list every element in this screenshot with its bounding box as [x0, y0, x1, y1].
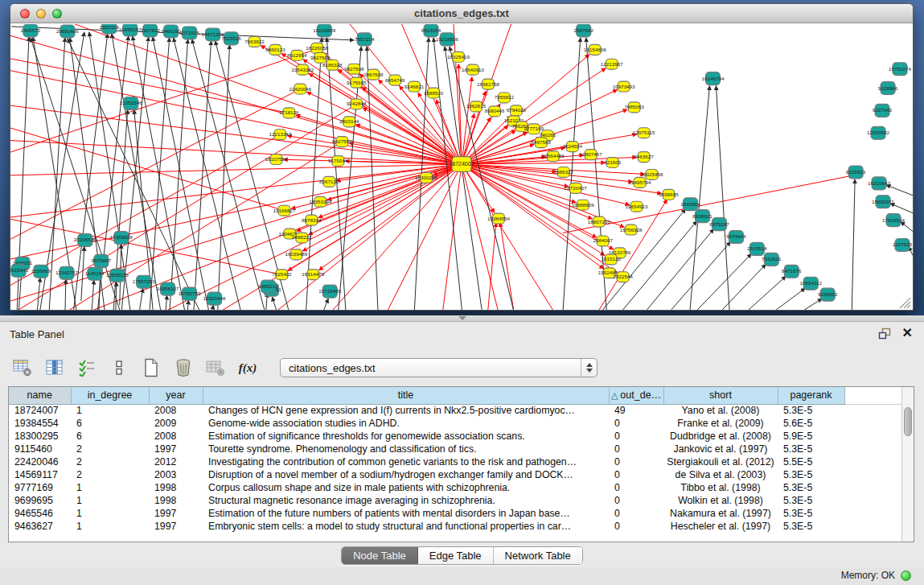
graph-node[interactable]: 18720407: [565, 183, 587, 193]
table-cell[interactable]: 5.3E-5: [778, 520, 844, 533]
graph-edge[interactable]: [563, 175, 853, 233]
graph-node[interactable]: 10655257: [119, 24, 142, 36]
graph-node[interactable]: 12213967: [601, 59, 623, 69]
graph-edge[interactable]: [367, 47, 378, 310]
graph-node[interactable]: 8427552: [332, 137, 352, 147]
tab-edge-table[interactable]: Edge Table: [418, 547, 494, 564]
table-cell[interactable]: 1998: [149, 481, 203, 494]
table-cell[interactable]: 9115460: [9, 443, 71, 455]
graph-node[interactable]: 10654112: [799, 277, 822, 290]
graph-edge[interactable]: [116, 282, 117, 310]
table-cell[interactable]: Dudbridge et al. (2008): [663, 430, 778, 443]
graph-node[interactable]: 19218506: [436, 33, 458, 46]
graph-edge[interactable]: [121, 37, 149, 310]
graph-node[interactable]: 7857224: [355, 33, 375, 46]
graph-node[interactable]: 12975115: [633, 128, 655, 138]
scrollbar-thumb[interactable]: [904, 407, 912, 436]
table-cell[interactable]: Estimation of significance thresholds fo…: [203, 430, 609, 443]
table-cell[interactable]: 0: [609, 494, 663, 507]
graph-node[interactable]: 6497568: [532, 138, 552, 148]
graph-edge[interactable]: [187, 300, 189, 310]
table-cell[interactable]: Estimation of the future numbers of pati…: [203, 507, 609, 520]
table-row[interactable]: 946362711997Embryonic stem cells: a mode…: [9, 520, 901, 533]
float-panel-icon[interactable]: [878, 328, 891, 340]
graph-node[interactable]: 10807467: [580, 150, 602, 160]
close-panel-icon[interactable]: ✕: [902, 327, 913, 340]
graph-node[interactable]: 9170044: [328, 156, 348, 167]
graph-edge[interactable]: [770, 288, 805, 310]
table-cell[interactable]: 9463627: [9, 520, 71, 533]
graph-node[interactable]: 7955812: [495, 93, 515, 103]
citation-network-graph[interactable]: 1872400776638228860123891295418226058982…: [10, 24, 913, 310]
graph-node[interactable]: 6794028: [507, 105, 527, 116]
table-cell[interactable]: 5.6E-5: [778, 417, 844, 430]
table-cell[interactable]: 5.3E-5: [778, 507, 844, 520]
table-cell[interactable]: Jankovic et al. (1997): [663, 443, 778, 455]
network-canvas[interactable]: 1872400776638228860123891295418226058982…: [10, 24, 913, 310]
graph-node[interactable]: 7663822: [244, 36, 265, 47]
table-cell[interactable]: 5.3E-5: [778, 494, 844, 507]
select-all-rows-button[interactable]: [76, 356, 98, 379]
graph-edge[interactable]: [692, 253, 751, 310]
graph-node[interactable]: 16914479: [302, 270, 324, 280]
graph-edge[interactable]: [716, 86, 729, 310]
graph-node[interactable]: 18325419: [447, 51, 470, 62]
table-cell[interactable]: Changes of HCN gene expression and I(f) …: [203, 404, 609, 417]
graph-edge[interactable]: [318, 164, 462, 217]
table-cell[interactable]: 5.9E-5: [778, 430, 844, 443]
table-cell[interactable]: 0: [609, 507, 663, 520]
graph-node[interactable]: 9485212: [258, 280, 278, 293]
graph-node[interactable]: 9175685: [347, 77, 367, 88]
graph-node[interactable]: 1362615: [466, 101, 487, 112]
table-cell[interactable]: 49: [609, 404, 663, 417]
table-cell[interactable]: 2003: [149, 468, 203, 481]
graph-edge[interactable]: [434, 164, 462, 310]
graph-node[interactable]: 17016534: [882, 214, 905, 227]
graph-edge[interactable]: [462, 164, 603, 269]
table-row[interactable]: 1830029562008Estimation of significance …: [9, 430, 901, 443]
table-cell[interactable]: 1: [71, 494, 149, 507]
graph-node[interactable]: 8471676: [782, 265, 802, 278]
table-row[interactable]: 969969511998Structural magnetic resonanc…: [9, 494, 901, 507]
graph-node[interactable]: 16210643: [868, 177, 890, 190]
graph-node[interactable]: 12342757: [55, 266, 78, 279]
graph-node[interactable]: 19756928: [620, 225, 643, 235]
graph-node[interactable]: 18724007: [449, 157, 474, 172]
table-cell[interactable]: Corpus callosum shape and size in male p…: [203, 481, 609, 494]
column-header-pagerank[interactable]: pagerank: [778, 387, 844, 404]
table-cell[interactable]: Genome-wide association studies in ADHD.: [203, 417, 609, 430]
table-cell[interactable]: 1997: [149, 520, 203, 533]
graph-node[interactable]: 10688609: [572, 200, 594, 210]
graph-node[interactable]: 7515526: [221, 32, 241, 45]
graph-node[interactable]: 16782759: [179, 287, 201, 300]
graph-edge[interactable]: [37, 278, 40, 310]
graph-node[interactable]: 1588520: [424, 88, 444, 98]
graph-node[interactable]: 9242848: [347, 99, 367, 109]
table-cell[interactable]: Hescheler et al. (1997): [663, 520, 778, 533]
network-window[interactable]: citations_edges.txt 18724007766382288601…: [10, 3, 914, 311]
table-cell[interactable]: Yano et al. (2008): [663, 404, 778, 417]
graph-node[interactable]: 16033809: [313, 24, 335, 37]
table-cell[interactable]: 9699695: [9, 494, 71, 507]
table-row[interactable]: 2242004622012Investigating the contribut…: [9, 455, 901, 468]
graph-edge[interactable]: [667, 241, 731, 310]
table-cell[interactable]: 18724007: [9, 404, 71, 417]
graph-edge[interactable]: [174, 38, 242, 310]
table-cell[interactable]: 0: [609, 468, 663, 481]
graph-node[interactable]: 9129966: [878, 82, 898, 95]
graph-node[interactable]: 2718126: [279, 108, 299, 118]
graph-edge[interactable]: [483, 223, 496, 310]
table-cell[interactable]: Wolkin et al. (1998): [663, 494, 778, 507]
table-cell[interactable]: 19384554: [9, 417, 71, 430]
graph-edge[interactable]: [462, 164, 515, 310]
graph-edge[interactable]: [901, 222, 913, 232]
table-cell[interactable]: 0: [609, 430, 663, 443]
table-cell[interactable]: 9777169: [9, 481, 71, 494]
column-header-out_de[interactable]: △out_de…: [609, 387, 663, 404]
graph-node[interactable]: 6979197: [709, 218, 729, 231]
graph-node[interactable]: 9498222: [292, 233, 312, 243]
graph-node[interactable]: 1527602: [140, 24, 160, 37]
tab-node-table[interactable]: Node Table: [342, 547, 418, 564]
graph-edge[interactable]: [218, 45, 230, 310]
table-row[interactable]: 1456911722003Disruption of a novel membe…: [9, 468, 901, 481]
